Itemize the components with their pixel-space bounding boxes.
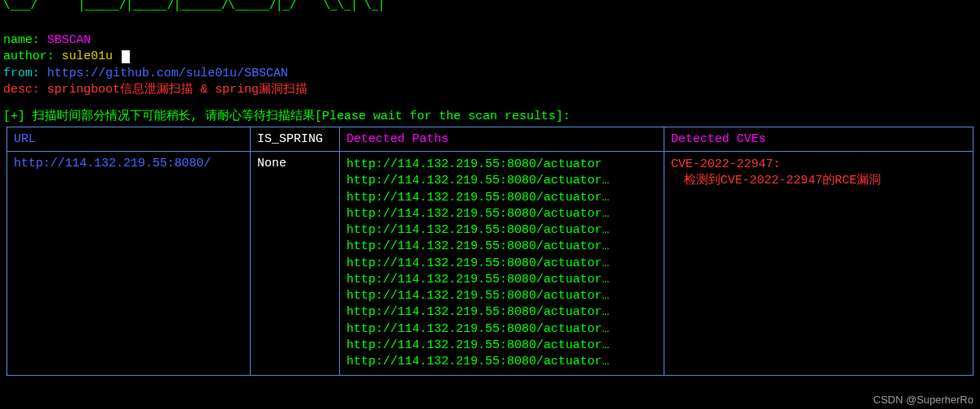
path-item[interactable]: http://114.132.219.55:8080/actuator… [346,354,657,370]
cursor-icon [122,50,130,63]
scan-wait-message: [+] 扫描时间部分情况下可能稍长, 请耐心等待扫描结果[Please wait… [0,100,980,127]
header-url: URL [7,127,251,152]
path-item[interactable]: http://114.132.219.55:8080/actuator… [346,173,657,189]
header-cves: Detected CVEs [664,127,974,152]
path-item[interactable]: http://114.132.219.55:8080/actuator [346,157,657,173]
cell-url[interactable]: http://114.132.219.55:8080/ [7,152,251,376]
results-table: URL IS_SPRING Detected Paths Detected CV… [6,127,974,376]
from-label: from: [3,67,40,80]
cve-detail: 检测到CVE-2022-22947的RCE漏洞 [671,173,966,189]
header-is-spring: IS_SPRING [251,127,340,152]
path-item[interactable]: http://114.132.219.55:8080/actuator… [346,321,657,338]
tool-info: name: SBSCAN author: sule01u from: https… [0,31,980,100]
from-value[interactable]: https://github.com/sule01u/SBSCAN [47,67,288,80]
author-label: author: [3,50,54,63]
path-item[interactable]: http://114.132.219.55:8080/actuator… [346,288,657,304]
path-item[interactable]: http://114.132.219.55:8080/actuator… [346,206,657,222]
table-header-row: URL IS_SPRING Detected Paths Detected CV… [7,127,974,152]
table-row: http://114.132.219.55:8080/ None http://… [7,152,974,376]
ascii-banner: \___/ |_____/|_____/|______/\_____/|_/ \… [0,0,980,31]
path-item[interactable]: http://114.132.219.55:8080/actuator… [346,304,657,321]
name-label: name: [3,33,40,47]
header-paths: Detected Paths [340,127,664,152]
path-item[interactable]: http://114.132.219.55:8080/actuator… [346,222,657,239]
path-item[interactable]: http://114.132.219.55:8080/actuator… [346,239,657,255]
cell-is-spring: None [251,152,340,376]
path-item[interactable]: http://114.132.219.55:8080/actuator… [346,256,657,272]
path-item[interactable]: http://114.132.219.55:8080/actuator… [346,272,657,288]
desc-label: desc: [3,83,40,97]
author-value: sule01u [62,50,113,63]
name-value: SBSCAN [47,33,91,47]
cve-title: CVE-2022-22947: [671,157,966,173]
desc-value: springboot信息泄漏扫描 & spring漏洞扫描 [47,83,307,97]
watermark: CSDN @SuperherRo [873,394,974,406]
path-item[interactable]: http://114.132.219.55:8080/actuator… [346,338,657,354]
detected-cves: CVE-2022-22947: 检测到CVE-2022-22947的RCE漏洞 [671,157,966,190]
detected-paths-list: http://114.132.219.55:8080/actuator http… [346,157,657,370]
path-item[interactable]: http://114.132.219.55:8080/actuator… [346,190,657,206]
